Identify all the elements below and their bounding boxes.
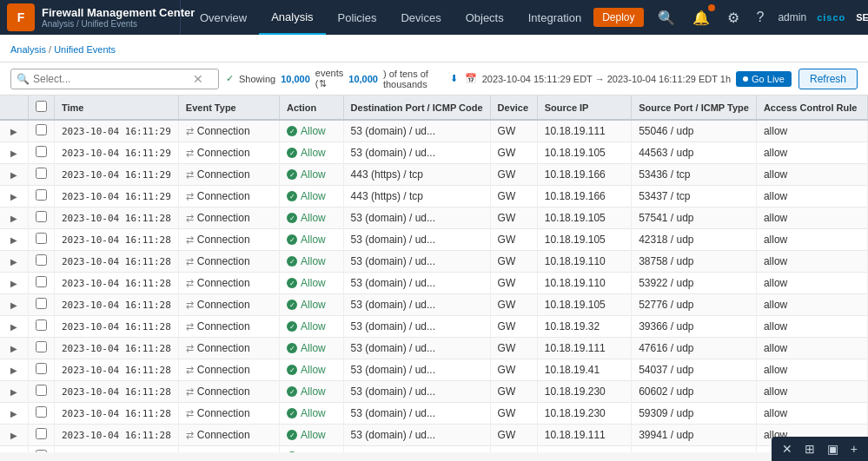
expand-cell[interactable]: ▶ <box>0 381 29 403</box>
expand-cell[interactable]: ▶ <box>0 251 29 273</box>
expand-arrow[interactable]: ▶ <box>7 319 21 335</box>
expand-cell[interactable]: ▶ <box>0 120 29 142</box>
expand-cell[interactable]: ▶ <box>0 359 29 381</box>
expand-cell[interactable]: ▶ <box>0 164 29 186</box>
expand-arrow[interactable]: ▶ <box>7 254 21 270</box>
row-checkbox[interactable] <box>36 450 47 452</box>
bottom-window-icon[interactable]: ▣ <box>824 440 842 452</box>
checkbox-cell[interactable] <box>29 142 55 164</box>
nav-link-integration[interactable]: Integration <box>516 0 593 35</box>
expand-arrow[interactable]: ▶ <box>7 275 21 292</box>
checkbox-cell[interactable] <box>29 251 55 273</box>
nav-link-policies[interactable]: Policies <box>326 0 389 35</box>
row-checkbox[interactable] <box>36 341 47 352</box>
table-row: ▶ 2023-10-04 16:11:28 ⇄ Connection ✓ All… <box>0 338 868 359</box>
go-live-button[interactable]: Go Live <box>736 71 792 87</box>
checkbox-cell[interactable] <box>29 359 55 381</box>
expand-cell[interactable]: ▶ <box>0 425 29 446</box>
checkbox-cell[interactable] <box>29 207 55 229</box>
expand-arrow[interactable]: ▶ <box>7 188 21 205</box>
row-checkbox[interactable] <box>36 124 47 135</box>
expand-cell[interactable]: ▶ <box>0 338 29 359</box>
row-checkbox[interactable] <box>36 189 47 201</box>
expand-cell[interactable]: ▶ <box>0 446 29 453</box>
col-etype-header[interactable]: Event Type <box>178 95 279 120</box>
checkbox-cell[interactable] <box>29 120 55 142</box>
row-checkbox[interactable] <box>36 168 47 179</box>
search-clear-icon[interactable]: ✕ <box>193 72 203 86</box>
checkbox-cell[interactable] <box>29 446 55 453</box>
nav-link-analysis[interactable]: Analysis <box>259 0 325 35</box>
select-all-checkbox[interactable] <box>36 101 47 112</box>
expand-arrow[interactable]: ▶ <box>7 405 21 422</box>
col-dport-header[interactable]: Destination Port / ICMP Code <box>343 95 490 120</box>
row-checkbox[interactable] <box>36 211 47 222</box>
search-input[interactable] <box>33 73 189 85</box>
expand-arrow[interactable]: ▶ <box>7 210 21 227</box>
row-checkbox[interactable] <box>36 298 47 309</box>
expand-cell[interactable]: ▶ <box>0 229 29 251</box>
help-icon-btn[interactable]: ? <box>753 6 768 29</box>
expand-arrow[interactable]: ▶ <box>7 297 21 313</box>
expand-cell[interactable]: ▶ <box>0 207 29 229</box>
expand-arrow[interactable]: ▶ <box>7 167 21 183</box>
notifications-badge[interactable]: 🔔 <box>689 6 713 30</box>
bottom-add-icon[interactable]: + <box>847 440 861 452</box>
expand-cell[interactable]: ▶ <box>0 403 29 425</box>
checkbox-cell[interactable] <box>29 381 55 403</box>
breadcrumb-analysis[interactable]: Analysis <box>10 44 46 55</box>
checkbox-cell[interactable] <box>29 229 55 251</box>
checkbox-cell[interactable] <box>29 186 55 207</box>
expand-arrow[interactable]: ▶ <box>7 232 21 248</box>
expand-arrow[interactable]: ▶ <box>7 449 21 452</box>
checkbox-cell[interactable] <box>29 403 55 425</box>
checkbox-cell[interactable] <box>29 338 55 359</box>
col-device-header[interactable]: Device <box>490 95 537 120</box>
expand-cell[interactable]: ▶ <box>0 273 29 294</box>
row-checkbox[interactable] <box>36 385 47 396</box>
row-checkbox[interactable] <box>36 233 47 244</box>
download-icon[interactable]: ⬇ <box>450 73 458 84</box>
checkbox-cell[interactable] <box>29 316 55 338</box>
settings-icon-btn[interactable]: ⚙ <box>724 6 743 30</box>
bottom-close-icon[interactable]: ✕ <box>779 440 796 452</box>
row-checkbox[interactable] <box>36 276 47 287</box>
col-time-header[interactable]: Time <box>55 95 179 120</box>
checkbox-cell[interactable] <box>29 164 55 186</box>
etype-cell: ⇄ Connection <box>178 186 279 207</box>
expand-arrow[interactable]: ▶ <box>7 384 21 400</box>
deploy-button[interactable]: Deploy <box>593 8 643 27</box>
nav-link-objects[interactable]: Objects <box>454 0 516 35</box>
checkbox-cell[interactable] <box>29 425 55 446</box>
row-checkbox[interactable] <box>36 406 47 418</box>
row-checkbox[interactable] <box>36 146 47 157</box>
expand-cell[interactable]: ▶ <box>0 316 29 338</box>
col-action-header[interactable]: Action <box>280 95 344 120</box>
breadcrumb-unified-events[interactable]: Unified Events <box>54 44 116 55</box>
col-acr-header[interactable]: Access Control Rule <box>756 95 867 120</box>
row-checkbox[interactable] <box>36 428 47 439</box>
nav-link-devices[interactable]: Devices <box>388 0 453 35</box>
expand-arrow[interactable]: ▶ <box>7 123 21 140</box>
col-srcip-header[interactable]: Source IP <box>537 95 631 120</box>
expand-arrow[interactable]: ▶ <box>7 340 21 357</box>
col-sport-header[interactable]: Source Port / ICMP Type <box>632 95 757 120</box>
expand-arrow[interactable]: ▶ <box>7 427 21 444</box>
checkbox-cell[interactable] <box>29 273 55 294</box>
search-icon-btn[interactable]: 🔍 <box>654 6 679 30</box>
expand-cell[interactable]: ▶ <box>0 186 29 207</box>
expand-cell[interactable]: ▶ <box>0 142 29 164</box>
expand-cell[interactable]: ▶ <box>0 294 29 316</box>
nav-link-overview[interactable]: Overview <box>188 0 259 35</box>
admin-button[interactable]: admin <box>778 11 806 23</box>
expand-arrow[interactable]: ▶ <box>7 145 21 161</box>
row-checkbox[interactable] <box>36 254 47 266</box>
refresh-button[interactable]: Refresh <box>798 69 858 89</box>
col-checkbox[interactable] <box>29 95 55 120</box>
row-checkbox[interactable] <box>36 363 47 374</box>
expand-arrow[interactable]: ▶ <box>7 362 21 379</box>
bottom-grid-icon[interactable]: ⊞ <box>801 440 818 452</box>
search-box[interactable]: 🔍 ✕ <box>10 69 219 89</box>
row-checkbox[interactable] <box>36 319 47 331</box>
checkbox-cell[interactable] <box>29 294 55 316</box>
